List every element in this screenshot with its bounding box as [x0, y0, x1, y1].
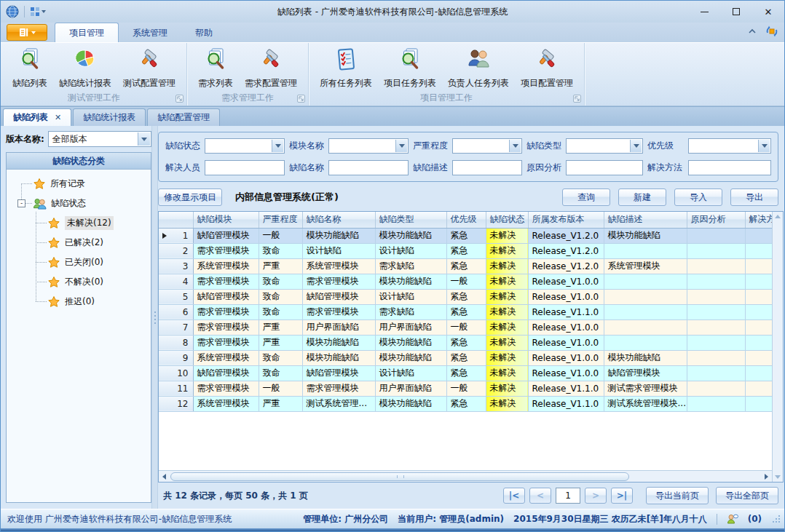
- grid-cell[interactable]: 缺陷管理模块: [193, 365, 259, 381]
- grid-cell[interactable]: 严重: [259, 335, 302, 350]
- table-row[interactable]: 5缺陷管理模块致命缺陷管理模块设计缺陷紧急未解决Release_V1.0.0: [159, 289, 772, 304]
- import-button[interactable]: 导入: [674, 188, 722, 206]
- grid-cell[interactable]: 缺陷管理模块: [302, 289, 375, 304]
- grid-cell[interactable]: 未解决: [486, 289, 528, 304]
- dropdown-button[interactable]: [395, 140, 407, 152]
- grid-cell[interactable]: 紧急: [446, 228, 486, 243]
- grid-cell[interactable]: 严重: [259, 319, 302, 335]
- grid-cell[interactable]: 需求管理模块: [302, 304, 375, 319]
- grid-cell[interactable]: 设计缺陷: [375, 365, 446, 381]
- grid-cell[interactable]: 未解决: [486, 396, 528, 411]
- scroll-up-icon[interactable]: [775, 215, 781, 218]
- grid-cell[interactable]: 模块功能缺陷: [302, 228, 375, 243]
- grid-cell[interactable]: 需求管理模块: [193, 243, 259, 258]
- grid-cell[interactable]: Release_V1.0.0: [528, 365, 604, 381]
- ribbon-button-owner-tasks[interactable]: 负责人任务列表: [442, 45, 515, 90]
- grid-cell[interactable]: Release_V1.0.0: [528, 289, 604, 304]
- row-header-cell[interactable]: 6: [159, 304, 193, 319]
- grid-cell[interactable]: 需求管理模块: [193, 319, 259, 335]
- prev-page-button[interactable]: <: [529, 488, 551, 504]
- grid-cell[interactable]: 紧急: [446, 335, 486, 350]
- filter-text-defect-desc[interactable]: [452, 160, 522, 175]
- grid-cell[interactable]: 模块功能缺陷: [375, 396, 446, 411]
- grid-cell[interactable]: 模块功能缺陷: [375, 228, 446, 243]
- grid-cell[interactable]: [745, 228, 772, 243]
- next-page-button[interactable]: >: [585, 488, 607, 504]
- grid-cell[interactable]: [745, 335, 772, 350]
- grid-cell[interactable]: 未解决: [486, 319, 528, 335]
- tree-item-all-records[interactable]: 所有记录: [7, 174, 151, 194]
- grid-cell[interactable]: 缺陷管理模块: [604, 365, 687, 381]
- ribbon-button-requirement-list[interactable]: 需求列表: [192, 45, 239, 90]
- application-menu-button[interactable]: [7, 24, 47, 41]
- grid-cell[interactable]: [687, 258, 745, 274]
- filter-dropdown-priority[interactable]: [688, 138, 771, 154]
- column-header[interactable]: 缺陷状态: [486, 212, 528, 228]
- row-header-cell[interactable]: 10: [159, 365, 193, 381]
- grid-cell[interactable]: [687, 274, 745, 289]
- table-row[interactable]: 11需求管理模块一般需求管理模块用户界面缺陷一般未解决Release_V1.1.…: [159, 381, 772, 396]
- grid-cell[interactable]: Release_V1.0.0: [528, 319, 604, 335]
- tree-item-unresolved[interactable]: 未解决(12): [7, 213, 151, 233]
- close-tab-icon[interactable]: ✕: [55, 113, 61, 122]
- ribbon-button-defect-list[interactable]: 缺陷列表: [7, 45, 53, 90]
- filter-dropdown-defect-status[interactable]: [205, 138, 285, 154]
- ribbon-button-project-config[interactable]: 项目配置管理: [515, 45, 579, 90]
- row-header-cell[interactable]: 3: [159, 258, 193, 274]
- row-header-cell[interactable]: 2: [159, 243, 193, 258]
- filter-dropdown-severity[interactable]: [452, 138, 522, 154]
- dropdown-button[interactable]: [138, 132, 150, 146]
- grid-cell[interactable]: 未解决: [486, 274, 528, 289]
- ribbon-button-defect-stats-report[interactable]: 缺陷统计报表: [53, 45, 117, 90]
- table-row[interactable]: 3系统管理模块严重系统管理模块需求缺陷紧急未解决Release_V1.2.0系统…: [159, 258, 772, 274]
- row-header-cell[interactable]: 5: [159, 289, 193, 304]
- tree-item-defect-status[interactable]: - 缺陷状态: [7, 194, 151, 213]
- grid-cell[interactable]: 测试系统管理模块...: [604, 396, 687, 411]
- grid-cell[interactable]: 系统管理模块: [604, 258, 687, 274]
- export-button[interactable]: 导出: [730, 188, 778, 206]
- grid-cell[interactable]: [745, 258, 772, 274]
- dropdown-button[interactable]: [630, 140, 642, 152]
- grid-cell[interactable]: [604, 319, 687, 335]
- last-page-button[interactable]: >|: [611, 488, 633, 504]
- tree-item-postponed[interactable]: 推迟(0): [7, 292, 151, 311]
- grid-cell[interactable]: 缺陷管理模块: [302, 365, 375, 381]
- grid-cell[interactable]: [745, 289, 772, 304]
- grid-cell[interactable]: 未解决: [486, 304, 528, 319]
- dropdown-button[interactable]: [272, 140, 283, 152]
- sync-icon[interactable]: [765, 25, 778, 38]
- ribbon-tab-system-mgmt[interactable]: 系统管理: [119, 23, 181, 42]
- table-row[interactable]: 6需求管理模块致命需求管理模块需求缺陷紧急未解决Release_V1.1.0: [159, 304, 772, 319]
- version-select[interactable]: 全部版本: [48, 131, 151, 147]
- column-header[interactable]: 原因分析: [687, 212, 745, 228]
- tree-item-closed[interactable]: 已关闭(0): [7, 253, 151, 272]
- quick-access-icon[interactable]: [30, 7, 46, 17]
- column-header[interactable]: 严重程度: [259, 212, 302, 228]
- grid-cell[interactable]: 未解决: [486, 365, 528, 381]
- grid-cell[interactable]: [745, 381, 772, 396]
- export-current-page-button[interactable]: 导出当前页: [646, 487, 709, 504]
- column-header[interactable]: 所属发布版本: [528, 212, 604, 228]
- grid-cell[interactable]: 系统管理模块: [193, 350, 259, 365]
- grid-cell[interactable]: 系统管理模块: [193, 396, 259, 411]
- grid-cell[interactable]: 需求缺陷: [375, 304, 446, 319]
- grid-cell[interactable]: 严重: [259, 258, 302, 274]
- grid-cell[interactable]: 模块功能缺陷: [375, 335, 446, 350]
- grid-cell[interactable]: 未解决: [486, 381, 528, 396]
- grid-cell[interactable]: 未解决: [486, 258, 528, 274]
- grid-cell[interactable]: [687, 243, 745, 258]
- vertical-scrollbar[interactable]: [772, 212, 783, 482]
- column-header[interactable]: 缺陷模块: [193, 212, 259, 228]
- grid-cell[interactable]: 测试系统管理...: [302, 396, 375, 411]
- row-header-cell[interactable]: 8: [159, 335, 193, 350]
- filter-text-cause-analysis[interactable]: [566, 160, 643, 175]
- grid-cell[interactable]: 一般: [446, 274, 486, 289]
- grid-cell[interactable]: 紧急: [446, 258, 486, 274]
- grid-cell[interactable]: 模块功能缺陷: [604, 350, 687, 365]
- row-header-cell[interactable]: 11: [159, 381, 193, 396]
- grid-cell[interactable]: 用户界面缺陷: [302, 319, 375, 335]
- column-header[interactable]: 缺陷描述: [604, 212, 687, 228]
- grid-cell[interactable]: [687, 289, 745, 304]
- grid-cell[interactable]: 未解决: [486, 350, 528, 365]
- first-page-button[interactable]: |<: [503, 488, 525, 504]
